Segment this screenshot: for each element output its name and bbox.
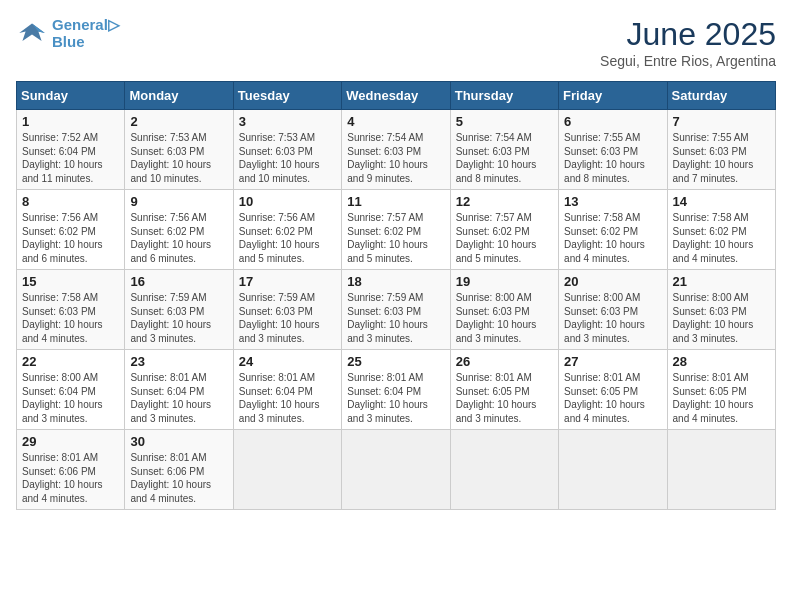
day-cell: 26Sunrise: 8:01 AM Sunset: 6:05 PM Dayli… (450, 350, 558, 430)
day-info: Sunrise: 8:01 AM Sunset: 6:05 PM Dayligh… (673, 371, 770, 425)
day-number: 13 (564, 194, 661, 209)
day-number: 1 (22, 114, 119, 129)
day-cell: 25Sunrise: 8:01 AM Sunset: 6:04 PM Dayli… (342, 350, 450, 430)
day-cell (559, 430, 667, 510)
day-cell: 20Sunrise: 8:00 AM Sunset: 6:03 PM Dayli… (559, 270, 667, 350)
day-number: 17 (239, 274, 336, 289)
day-info: Sunrise: 8:01 AM Sunset: 6:04 PM Dayligh… (239, 371, 336, 425)
day-cell (450, 430, 558, 510)
day-number: 3 (239, 114, 336, 129)
week-row-4: 22Sunrise: 8:00 AM Sunset: 6:04 PM Dayli… (17, 350, 776, 430)
day-cell: 10Sunrise: 7:56 AM Sunset: 6:02 PM Dayli… (233, 190, 341, 270)
day-number: 12 (456, 194, 553, 209)
day-cell: 19Sunrise: 8:00 AM Sunset: 6:03 PM Dayli… (450, 270, 558, 350)
day-cell: 4Sunrise: 7:54 AM Sunset: 6:03 PM Daylig… (342, 110, 450, 190)
day-cell: 27Sunrise: 8:01 AM Sunset: 6:05 PM Dayli… (559, 350, 667, 430)
day-number: 5 (456, 114, 553, 129)
day-cell (667, 430, 775, 510)
day-info: Sunrise: 8:01 AM Sunset: 6:04 PM Dayligh… (347, 371, 444, 425)
column-header-wednesday: Wednesday (342, 82, 450, 110)
week-row-2: 8Sunrise: 7:56 AM Sunset: 6:02 PM Daylig… (17, 190, 776, 270)
day-cell: 1Sunrise: 7:52 AM Sunset: 6:04 PM Daylig… (17, 110, 125, 190)
day-number: 4 (347, 114, 444, 129)
day-info: Sunrise: 7:55 AM Sunset: 6:03 PM Dayligh… (564, 131, 661, 185)
week-row-3: 15Sunrise: 7:58 AM Sunset: 6:03 PM Dayli… (17, 270, 776, 350)
day-info: Sunrise: 7:54 AM Sunset: 6:03 PM Dayligh… (347, 131, 444, 185)
day-cell: 14Sunrise: 7:58 AM Sunset: 6:02 PM Dayli… (667, 190, 775, 270)
day-info: Sunrise: 7:56 AM Sunset: 6:02 PM Dayligh… (130, 211, 227, 265)
day-info: Sunrise: 7:54 AM Sunset: 6:03 PM Dayligh… (456, 131, 553, 185)
day-cell: 8Sunrise: 7:56 AM Sunset: 6:02 PM Daylig… (17, 190, 125, 270)
column-header-friday: Friday (559, 82, 667, 110)
day-cell: 2Sunrise: 7:53 AM Sunset: 6:03 PM Daylig… (125, 110, 233, 190)
day-info: Sunrise: 7:53 AM Sunset: 6:03 PM Dayligh… (130, 131, 227, 185)
day-cell: 16Sunrise: 7:59 AM Sunset: 6:03 PM Dayli… (125, 270, 233, 350)
day-number: 2 (130, 114, 227, 129)
column-header-monday: Monday (125, 82, 233, 110)
calendar-header-row: SundayMondayTuesdayWednesdayThursdayFrid… (17, 82, 776, 110)
logo-line2: Blue (52, 34, 120, 51)
day-info: Sunrise: 7:59 AM Sunset: 6:03 PM Dayligh… (239, 291, 336, 345)
day-cell: 17Sunrise: 7:59 AM Sunset: 6:03 PM Dayli… (233, 270, 341, 350)
day-cell: 24Sunrise: 8:01 AM Sunset: 6:04 PM Dayli… (233, 350, 341, 430)
logo-blue: ▷ (108, 16, 120, 33)
day-info: Sunrise: 7:58 AM Sunset: 6:02 PM Dayligh… (564, 211, 661, 265)
day-info: Sunrise: 7:58 AM Sunset: 6:02 PM Dayligh… (673, 211, 770, 265)
day-number: 27 (564, 354, 661, 369)
day-number: 9 (130, 194, 227, 209)
day-info: Sunrise: 7:57 AM Sunset: 6:02 PM Dayligh… (347, 211, 444, 265)
day-cell: 3Sunrise: 7:53 AM Sunset: 6:03 PM Daylig… (233, 110, 341, 190)
day-info: Sunrise: 8:01 AM Sunset: 6:05 PM Dayligh… (564, 371, 661, 425)
week-row-5: 29Sunrise: 8:01 AM Sunset: 6:06 PM Dayli… (17, 430, 776, 510)
day-cell: 29Sunrise: 8:01 AM Sunset: 6:06 PM Dayli… (17, 430, 125, 510)
day-cell: 15Sunrise: 7:58 AM Sunset: 6:03 PM Dayli… (17, 270, 125, 350)
column-header-sunday: Sunday (17, 82, 125, 110)
day-number: 28 (673, 354, 770, 369)
day-cell: 9Sunrise: 7:56 AM Sunset: 6:02 PM Daylig… (125, 190, 233, 270)
day-info: Sunrise: 7:53 AM Sunset: 6:03 PM Dayligh… (239, 131, 336, 185)
day-number: 15 (22, 274, 119, 289)
day-number: 16 (130, 274, 227, 289)
day-number: 18 (347, 274, 444, 289)
day-number: 22 (22, 354, 119, 369)
day-number: 24 (239, 354, 336, 369)
column-header-saturday: Saturday (667, 82, 775, 110)
day-number: 19 (456, 274, 553, 289)
logo-line1: General (52, 16, 108, 33)
day-info: Sunrise: 8:01 AM Sunset: 6:06 PM Dayligh… (130, 451, 227, 505)
day-number: 14 (673, 194, 770, 209)
title-area: June 2025 Segui, Entre Rios, Argentina (600, 16, 776, 69)
day-number: 7 (673, 114, 770, 129)
column-header-thursday: Thursday (450, 82, 558, 110)
day-number: 26 (456, 354, 553, 369)
day-cell: 21Sunrise: 8:00 AM Sunset: 6:03 PM Dayli… (667, 270, 775, 350)
day-info: Sunrise: 8:00 AM Sunset: 6:03 PM Dayligh… (564, 291, 661, 345)
day-cell: 11Sunrise: 7:57 AM Sunset: 6:02 PM Dayli… (342, 190, 450, 270)
day-cell: 7Sunrise: 7:55 AM Sunset: 6:03 PM Daylig… (667, 110, 775, 190)
day-info: Sunrise: 8:00 AM Sunset: 6:04 PM Dayligh… (22, 371, 119, 425)
logo-icon (16, 17, 48, 49)
day-cell: 12Sunrise: 7:57 AM Sunset: 6:02 PM Dayli… (450, 190, 558, 270)
day-cell: 22Sunrise: 8:00 AM Sunset: 6:04 PM Dayli… (17, 350, 125, 430)
day-info: Sunrise: 7:59 AM Sunset: 6:03 PM Dayligh… (347, 291, 444, 345)
day-number: 6 (564, 114, 661, 129)
day-number: 29 (22, 434, 119, 449)
day-info: Sunrise: 8:01 AM Sunset: 6:04 PM Dayligh… (130, 371, 227, 425)
day-cell (342, 430, 450, 510)
day-cell: 18Sunrise: 7:59 AM Sunset: 6:03 PM Dayli… (342, 270, 450, 350)
logo-text: General▷ Blue (52, 16, 120, 51)
day-number: 10 (239, 194, 336, 209)
page-header: General▷ Blue June 2025 Segui, Entre Rio… (16, 16, 776, 69)
day-number: 20 (564, 274, 661, 289)
day-cell: 28Sunrise: 8:01 AM Sunset: 6:05 PM Dayli… (667, 350, 775, 430)
day-info: Sunrise: 7:58 AM Sunset: 6:03 PM Dayligh… (22, 291, 119, 345)
column-header-tuesday: Tuesday (233, 82, 341, 110)
day-number: 30 (130, 434, 227, 449)
svg-marker-0 (19, 24, 45, 42)
day-info: Sunrise: 7:59 AM Sunset: 6:03 PM Dayligh… (130, 291, 227, 345)
day-number: 11 (347, 194, 444, 209)
day-cell: 30Sunrise: 8:01 AM Sunset: 6:06 PM Dayli… (125, 430, 233, 510)
day-info: Sunrise: 8:01 AM Sunset: 6:06 PM Dayligh… (22, 451, 119, 505)
day-cell: 5Sunrise: 7:54 AM Sunset: 6:03 PM Daylig… (450, 110, 558, 190)
week-row-1: 1Sunrise: 7:52 AM Sunset: 6:04 PM Daylig… (17, 110, 776, 190)
